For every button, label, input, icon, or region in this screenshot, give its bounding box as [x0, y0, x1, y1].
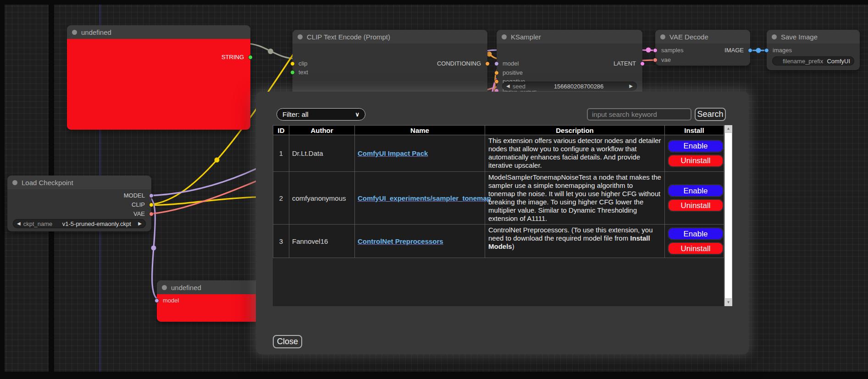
enable-button[interactable]: Enable — [668, 227, 724, 240]
samples-input-label: samples — [661, 47, 683, 54]
node-title: Save Image — [781, 33, 818, 41]
latent-output-pin[interactable] — [640, 61, 645, 66]
table-row: 3 Fannovel16 ControlNet Preprocessors Co… — [273, 225, 724, 258]
vae-output-label: VAE — [133, 210, 145, 218]
string-output-pin[interactable] — [248, 55, 253, 60]
collapse-dot-icon[interactable] — [660, 34, 665, 39]
uninstall-button[interactable]: Uninstall — [668, 199, 724, 212]
ckpt-widget-name: ckpt_name — [23, 220, 53, 227]
node-title: Load Checkpoint — [22, 179, 73, 187]
chevron-down-icon: ∨ — [355, 111, 359, 118]
node-vae-decode[interactable]: VAE Decode samples vae IMAGE — [655, 30, 750, 66]
col-id: ID — [273, 126, 289, 135]
clip-input-label: clip — [299, 60, 308, 67]
extension-table: ID Author Name Description Install 1 Dr.… — [273, 125, 724, 258]
conditioning-output-label: CONDITIONING — [437, 60, 481, 67]
node-title-bar[interactable]: CLIP Text Encode (Prompt) — [293, 30, 487, 44]
prev-ckpt-icon[interactable]: ◀ — [17, 221, 21, 226]
enable-button[interactable]: Enable — [668, 140, 724, 153]
filename-prefix-widget[interactable]: filename_prefix ComfyUI — [772, 56, 854, 66]
ext-name-link[interactable]: ComfyUI Impact Pack — [358, 149, 428, 157]
node-load-checkpoint[interactable]: Load Checkpoint MODEL CLIP VAE ◀ ckpt_na… — [7, 176, 151, 231]
filter-select-value: Filter: all — [282, 110, 309, 118]
scrollbar-thumb[interactable] — [724, 132, 732, 299]
ext-description: ControlNet Preprocessors. (To use this e… — [485, 225, 665, 258]
ext-id: 1 — [273, 135, 289, 172]
search-input[interactable] — [587, 108, 691, 121]
collapse-dot-icon[interactable] — [772, 34, 777, 39]
close-button-label: Close — [277, 337, 298, 346]
images-input-label: images — [773, 47, 792, 54]
clip-input-pin[interactable] — [290, 61, 295, 66]
node-title-bar[interactable]: VAE Decode — [655, 30, 750, 44]
positive-input-pin[interactable] — [494, 71, 499, 75]
node-title-bar[interactable]: KSampler — [497, 30, 642, 44]
filter-select[interactable]: Filter: all ∨ — [276, 108, 365, 121]
positive-input-label: positive — [503, 69, 523, 77]
collapse-dot-icon[interactable] — [298, 34, 303, 39]
uninstall-button[interactable]: Uninstall — [668, 154, 724, 167]
table-scrollbar[interactable]: ▲ ▼ — [724, 125, 732, 306]
image-output-label: IMAGE — [724, 47, 744, 54]
node-body-error: model — [157, 294, 271, 322]
conditioning-output-pin[interactable] — [485, 61, 490, 66]
vae-output-pin[interactable] — [149, 212, 154, 216]
node-title-bar[interactable]: Save Image — [767, 30, 860, 44]
images-input-pin[interactable] — [764, 48, 769, 53]
seed-widget-value[interactable]: 156680208700286 — [554, 83, 603, 90]
collapse-dot-icon[interactable] — [162, 285, 167, 290]
ext-author: Fannovel16 — [289, 225, 355, 258]
enable-button[interactable]: Enable — [668, 184, 724, 197]
latent-output-label: LATENT — [614, 60, 636, 67]
text-input-label: text — [299, 69, 308, 76]
negative-input-pin[interactable] — [494, 79, 499, 84]
vae-input-pin[interactable] — [653, 58, 658, 62]
clip-output-label: CLIP — [132, 201, 145, 209]
samples-input-pin[interactable] — [653, 48, 658, 53]
uninstall-button[interactable]: Uninstall — [668, 242, 724, 255]
text-input-pin[interactable] — [290, 70, 295, 75]
extension-manager-dialog: Filter: all ∨ Search ID Author Name Desc… — [256, 92, 749, 354]
table-row: 2 comfyanonymous ComfyUI_experiments/sam… — [273, 172, 724, 225]
node-undefined-top[interactable]: undefined STRING — [67, 25, 250, 130]
model-output-pin[interactable] — [149, 193, 154, 198]
node-title: undefined — [171, 284, 201, 291]
node-body: images filename_prefix ComfyUI — [767, 44, 860, 70]
model-input-pin[interactable] — [155, 298, 159, 303]
node-undefined-bottom[interactable]: undefined model — [157, 280, 271, 322]
ckpt-widget-value[interactable]: v1-5-pruned-emaonly.ckpt — [62, 220, 131, 227]
node-body-error: STRING — [67, 39, 250, 130]
scroll-up-icon[interactable]: ▲ — [724, 125, 732, 132]
collapse-dot-icon[interactable] — [12, 180, 17, 185]
col-name: Name — [355, 126, 485, 135]
collapse-dot-icon[interactable] — [72, 30, 77, 35]
image-output-pin[interactable] — [748, 48, 752, 53]
seed-widget-name: seed — [513, 83, 525, 90]
model-input-pin[interactable] — [494, 61, 499, 66]
next-ckpt-icon[interactable]: ▶ — [138, 221, 142, 226]
collapse-dot-icon[interactable] — [502, 34, 507, 39]
clip-output-pin[interactable] — [149, 203, 154, 207]
output-label: STRING — [221, 54, 244, 61]
col-description: Description — [485, 126, 665, 135]
node-title-bar[interactable]: undefined — [157, 280, 271, 294]
ext-author: Dr.Lt.Data — [289, 135, 355, 172]
ext-name-link[interactable]: ComfyUI_experiments/sampler_tonemap — [358, 194, 491, 202]
node-save-image[interactable]: Save Image images filename_prefix ComfyU… — [767, 30, 860, 70]
seed-widget[interactable]: ◀ seed 156680208700286 ▶ — [502, 82, 637, 91]
node-title-bar[interactable]: Load Checkpoint — [7, 176, 151, 189]
node-body: MODEL CLIP VAE ◀ ckpt_name v1-5-pruned-e… — [7, 189, 151, 231]
model-output-label: MODEL — [124, 192, 145, 199]
increment-icon[interactable]: ▶ — [629, 84, 633, 88]
ext-description: This extension offers various detector n… — [485, 135, 665, 172]
ext-name-link[interactable]: ControlNet Preprocessors — [358, 237, 443, 245]
extension-table-area: ID Author Name Description Install 1 Dr.… — [273, 125, 724, 306]
ckpt-name-widget[interactable]: ◀ ckpt_name v1-5-pruned-emaonly.ckpt ▶ — [13, 219, 146, 228]
node-title-bar[interactable]: undefined — [67, 25, 250, 39]
close-button[interactable]: Close — [273, 335, 302, 348]
scroll-down-icon[interactable]: ▼ — [724, 299, 732, 306]
filename-widget-value[interactable]: ComfyUI — [827, 58, 850, 65]
ext-description: ModelSamplerTonemapNoiseTest a node that… — [485, 172, 665, 225]
search-button[interactable]: Search — [695, 108, 726, 121]
decrement-icon[interactable]: ◀ — [506, 84, 510, 88]
